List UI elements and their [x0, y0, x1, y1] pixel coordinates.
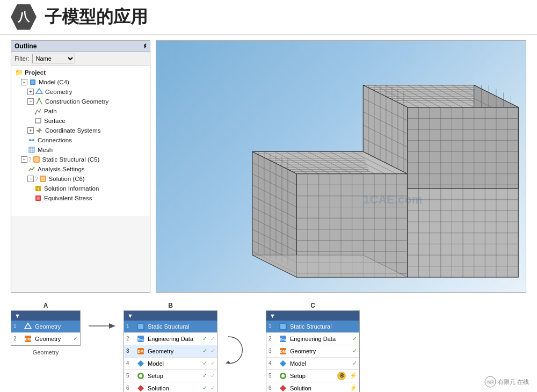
connections-label: Connections [38, 137, 72, 143]
block-b-row-6[interactable]: 6 Solution ✓ ✓ [124, 382, 217, 392]
expand-static[interactable]: − [21, 156, 27, 163]
expand-model[interactable]: − [21, 79, 27, 85]
block-c-row-3-label: Geometry [290, 348, 350, 354]
block-a-row-1[interactable]: 1 Geometry [11, 321, 80, 333]
block-a-container: A ▼ 1 Geometry 2 DM Geometry [11, 302, 81, 357]
svg-point-9 [29, 139, 31, 141]
arrow-a-b [89, 321, 115, 331]
expand-construction[interactable]: − [27, 98, 34, 105]
solution-c-icon [278, 383, 288, 392]
block-b-row-4[interactable]: 4 Model ✓ ✓ [124, 358, 217, 370]
row-num-b2: 2 [126, 336, 134, 342]
construction-icon [35, 97, 43, 106]
block-c-row-5[interactable]: 5 Setup ④ ⚡ [266, 370, 359, 382]
eng-b-icon: Eng [136, 334, 146, 344]
outline-tree: 📁 Project − Model (C4) + [11, 66, 150, 216]
block-c-row-4[interactable]: 4 Model ✓ [266, 358, 359, 370]
svg-point-4 [35, 113, 37, 115]
path-label: Path [44, 108, 57, 114]
block-b-header: ▼ [124, 311, 217, 321]
block-c-row-2[interactable]: 2 Eng Engineering Data ✓ [266, 333, 359, 345]
tree-item-solution-info[interactable]: i Solution Information [13, 184, 148, 193]
block-c-row-3-status: ✓ [352, 347, 357, 354]
block-a-row-2[interactable]: 2 DM Geometry ✓ [11, 333, 80, 345]
row-num-c4: 4 [268, 360, 276, 366]
block-c-row-5-label: Setup [290, 373, 335, 379]
row-num-a1: 1 [13, 323, 21, 329]
row-num-c2: 2 [268, 336, 276, 342]
page-title: 子模型的应用 [45, 5, 148, 29]
tree-item-model[interactable]: − Model (C4) [13, 77, 148, 87]
expand-geometry[interactable]: + [27, 89, 34, 95]
col-label-c: C [310, 302, 315, 309]
tree-item-surface[interactable]: Surface [13, 116, 148, 126]
svg-marker-177 [137, 385, 144, 391]
block-a-header: ▼ [11, 311, 80, 321]
tree-item-mesh[interactable]: Mesh [13, 145, 148, 155]
geometry-label: Geometry [45, 89, 72, 95]
workflow-block-b: ▼ 1 Static Structural 2 Eng Engineering … [124, 310, 217, 392]
question-mark-2: ? [35, 176, 38, 182]
block-b-row-2[interactable]: 2 Eng Engineering Data ✓ ✓ [124, 333, 217, 345]
row-num-a2: 2 [13, 336, 21, 342]
block-c-row-3[interactable]: 3 DM Geometry ✓ [266, 345, 359, 358]
outline-filter: Filter: Name [11, 52, 150, 66]
tree-item-path[interactable]: Path [13, 106, 148, 116]
tree-item-equivalent-stress[interactable]: Equivalent Stress [13, 193, 148, 203]
block-b-row-2-label: Engineering Data [148, 336, 200, 342]
block-b-row-3[interactable]: 3 DM Geometry ✓ ✓ [124, 345, 217, 358]
block-b-row-1[interactable]: 1 Static Structural [124, 321, 217, 333]
question-mark: ? [28, 157, 32, 163]
construction-label: Construction Geometry [45, 98, 108, 105]
main-content: Outline ♯ Filter: Name 📁 Project − [0, 35, 537, 392]
svg-text:DM: DM [138, 350, 144, 353]
connector-svg-bc [226, 321, 258, 385]
row-num-b1: 1 [126, 323, 134, 329]
tree-item-construction[interactable]: − Construction Geometry [13, 97, 148, 106]
dm-c-icon: DM [278, 346, 288, 356]
analysis-label: Analysis Settings [38, 166, 85, 172]
solution-info-label: Solution Information [44, 185, 99, 192]
filter-select[interactable]: Name [32, 54, 75, 63]
block-b-row-6-status: ✓ [202, 384, 207, 391]
block-b-row-5[interactable]: 5 Setup ✓ ✓ [124, 370, 217, 382]
tree-item-analysis[interactable]: Analysis Settings [13, 164, 148, 174]
outline-pin[interactable]: ♯ [143, 42, 147, 50]
block-b-row-5-label: Setup [148, 373, 200, 379]
block-b-row-3-status: ✓ [202, 347, 207, 354]
coordinate-label: Coordinate Systems [45, 127, 101, 134]
expand-coordinate[interactable]: + [27, 127, 34, 134]
block-c-row-6[interactable]: 6 Solution ⚡ [266, 382, 359, 392]
project-label: Project [25, 69, 46, 76]
tree-item-project[interactable]: 📁 Project [13, 68, 148, 77]
static-icon [32, 155, 41, 164]
svg-text:Eng: Eng [137, 338, 144, 341]
tree-item-geometry[interactable]: + Geometry [13, 87, 148, 97]
svg-marker-191 [280, 385, 286, 391]
svg-rect-24 [37, 197, 40, 200]
block-b-row-5-status: ✓ [202, 372, 207, 379]
expand-solution[interactable]: − [27, 176, 34, 182]
block-c-row-1[interactable]: 1 Static Structural [266, 321, 359, 333]
block-c-container: C ▼ 1 Static Structural 2 Eng [266, 302, 360, 392]
svg-rect-5 [35, 119, 41, 123]
equivalent-stress-label: Equivalent Stress [44, 195, 92, 201]
tree-item-connections[interactable]: Connections [13, 135, 148, 145]
svg-marker-163 [25, 323, 31, 329]
block-a-row-1-label: Geometry [35, 323, 78, 330]
block-a-row-2-status: ✓ [73, 335, 78, 342]
solution-icon [39, 175, 47, 183]
tree-item-static[interactable]: − ? Static Structural (C5) [13, 155, 148, 164]
row-num-b4: 4 [126, 360, 134, 366]
block-b-container: B ▼ 1 Static Structural 2 Eng [124, 302, 217, 392]
block-b-row-6-label: Solution [148, 385, 200, 391]
block-b-row-4-label: Model [148, 360, 200, 367]
tree-item-coordinate[interactable]: + Coordinate Systems [13, 126, 148, 135]
svg-text:Eng: Eng [280, 338, 286, 341]
block-c-row-1-label: Static Structural [290, 323, 357, 330]
tree-item-solution[interactable]: − ? Solution (C6) [13, 174, 148, 184]
col-label-b: B [168, 302, 173, 309]
model-label: Model (C4) [39, 79, 69, 85]
setup-c-icon [278, 371, 288, 381]
svg-marker-188 [280, 360, 286, 367]
